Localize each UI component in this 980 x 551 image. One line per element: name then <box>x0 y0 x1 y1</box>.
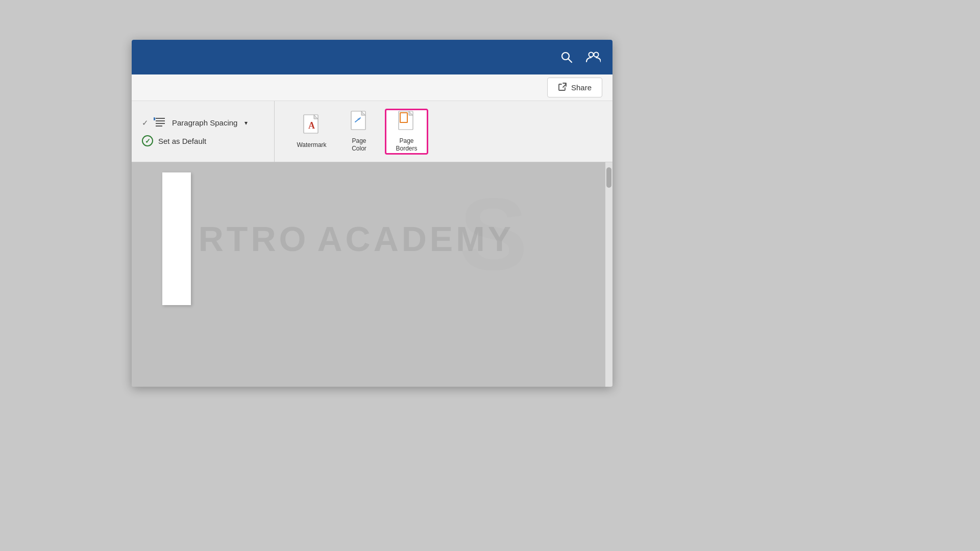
watermark-logo: S <box>449 162 602 305</box>
svg-text:A: A <box>308 120 315 131</box>
search-icon[interactable] <box>557 48 576 66</box>
document-page <box>162 172 191 305</box>
ribbon-left-section: ✓ Paragraph Spacing ▾ <box>142 101 275 162</box>
svg-point-2 <box>589 53 594 57</box>
title-bar <box>132 40 612 74</box>
watermark-button[interactable]: A Watermark <box>290 109 333 155</box>
paragraph-spacing-label: Paragraph Spacing <box>172 118 237 127</box>
people-icon[interactable] <box>584 48 602 66</box>
checkmark-small-icon: ✓ <box>142 118 149 128</box>
page-color-icon <box>349 111 370 134</box>
set-as-default-icon: ✓ <box>142 135 153 146</box>
scrollbar[interactable] <box>605 162 612 387</box>
ribbon-right-section: A Watermark <box>275 101 428 162</box>
svg-point-3 <box>594 53 599 57</box>
page-color-label: PageColor <box>352 137 366 152</box>
paragraph-spacing-button[interactable]: ✓ Paragraph Spacing ▾ <box>142 116 259 129</box>
document-area: RTRO ACADEMY S <box>132 162 612 387</box>
scrollbar-thumb[interactable] <box>606 167 611 188</box>
watermark-label: Watermark <box>297 141 326 148</box>
set-as-default-label: Set as Default <box>158 137 206 145</box>
page-color-button[interactable]: PageColor <box>337 109 381 155</box>
svg-text:S: S <box>459 177 527 291</box>
set-as-default-button[interactable]: ✓ Set as Default <box>142 135 259 146</box>
svg-line-1 <box>568 59 572 62</box>
share-button-label: Share <box>571 83 592 92</box>
share-icon <box>558 82 567 93</box>
paragraph-spacing-dropdown-arrow: ▾ <box>244 119 248 127</box>
share-area: Share <box>132 74 612 101</box>
watermark-icon: A <box>302 114 322 138</box>
page-borders-button[interactable]: PageBorders <box>385 109 428 155</box>
share-button[interactable]: Share <box>547 78 602 97</box>
ribbon: ✓ Paragraph Spacing ▾ <box>132 101 612 162</box>
paragraph-spacing-icon <box>154 116 167 129</box>
page-borders-icon <box>397 111 417 134</box>
page-borders-label: PageBorders <box>396 137 417 152</box>
